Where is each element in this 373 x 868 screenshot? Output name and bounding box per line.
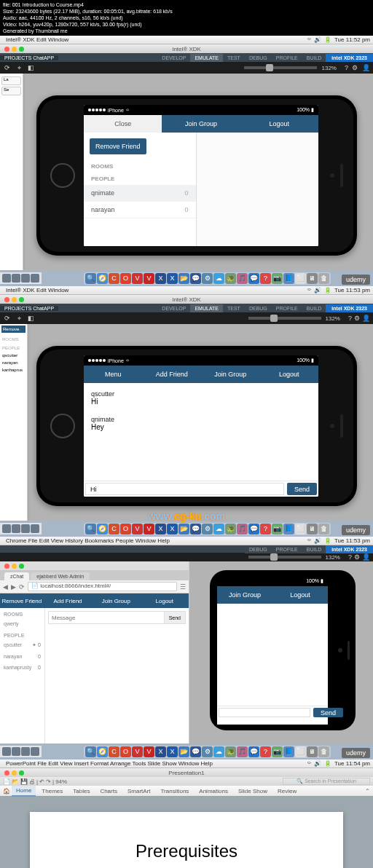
list-item[interactable]: qscutter✦ 0 [0, 639, 44, 651]
app-navbar: Menu Add Friend Join Group Logout [84, 366, 318, 383]
zoom-slider[interactable] [244, 66, 317, 69]
address-bar[interactable]: 📄 localhost:8666/index.html#/ [28, 582, 177, 591]
zoom-value[interactable]: 94% [55, 778, 67, 785]
logout-button[interactable]: Logout [240, 115, 318, 133]
send-button[interactable]: Send [287, 483, 317, 495]
message-input[interactable] [219, 708, 310, 717]
tab-ejabberd[interactable]: ejabberd Web Admin [31, 572, 90, 580]
send-button[interactable]: Send [164, 612, 185, 623]
volume-icon[interactable]: 🔊 [314, 36, 321, 43]
redo-icon[interactable]: ↷ [46, 778, 51, 785]
dock-apps[interactable]: 🔍🧭 CO VV XX 📂💬 ⚙☁ 🐢🎵 💬? 📷📘 ⬜🖥 🗑 [84, 523, 331, 535]
save-icon[interactable]: 💾 [20, 778, 28, 785]
join-group-button[interactable]: Join Group [162, 115, 240, 133]
search-box[interactable]: 🔍 Search in Presentation [283, 778, 370, 785]
account-icon[interactable]: 👤 [362, 64, 370, 71]
help-icon[interactable]: ? [345, 64, 348, 71]
slider-thumb[interactable] [266, 64, 273, 71]
ribbon-themes[interactable]: Themes [37, 786, 67, 796]
list-item[interactable]: qnimate0 [84, 185, 196, 202]
tab-profile[interactable]: PROFILE [272, 54, 302, 62]
logout-button[interactable]: Logout [141, 593, 189, 608]
list-item[interactable]: qwerty [0, 618, 44, 629]
close-dot[interactable] [4, 47, 9, 52]
clock[interactable]: Tue 11:53 pm [334, 287, 370, 293]
dock-apps[interactable]: 🔍🧭 CO VV XX 📂💬 ⚙☁ 🐢🎵 💬? 📷📘 ⬜🖥 🗑 [84, 746, 331, 758]
list-item[interactable]: kanhaprusty0 [0, 662, 44, 673]
clock[interactable]: Tue 11:52 pm [334, 36, 370, 43]
ribbon-home[interactable]: Home [12, 786, 36, 797]
remove-friend-button[interactable]: Remove Friend [90, 138, 146, 154]
project-name[interactable]: PROJECTS ChatAPP [0, 55, 58, 60]
minimize-dot[interactable] [12, 47, 17, 52]
ribbon-transitions[interactable]: Transitions [157, 786, 194, 796]
print-icon[interactable]: 🖨 [29, 778, 35, 785]
app-menus[interactable]: Chrome File Edit View History Bookmarks … [6, 537, 170, 544]
join-group-button[interactable]: Join Group [217, 586, 272, 604]
tab-emulate[interactable]: EMULATE [190, 54, 223, 62]
add-friend-button[interactable]: Add Friend [44, 593, 92, 608]
ribbon-charts[interactable]: Charts [95, 786, 122, 796]
menu-icon[interactable]: ☰ [180, 583, 186, 591]
list-item[interactable]: narayan0 [0, 651, 44, 662]
open-icon[interactable]: 📂 [12, 778, 19, 785]
join-group-button[interactable]: Join Group [92, 593, 140, 608]
stop-icon[interactable]: ◧ [26, 64, 35, 71]
left-btn-2[interactable]: Se [1, 87, 21, 95]
ribbon-handle[interactable]: 🏠 [3, 788, 10, 794]
macos-menubar: Intel® XDK Edit Window ⌔🔊🔋 Tue 11:53 pm [0, 286, 373, 295]
logout-button[interactable]: Logout [272, 586, 328, 604]
tab-build[interactable]: BUILD [302, 54, 326, 62]
send-button[interactable]: Send [313, 708, 343, 717]
remove-item[interactable]: Remove. [1, 326, 25, 333]
ribbon-tables[interactable]: Tables [68, 786, 94, 796]
home-button-icon[interactable] [50, 414, 75, 438]
forward-icon[interactable]: ▶ [11, 583, 16, 591]
debug-icon[interactable]: ⌖ [15, 64, 23, 72]
clock[interactable]: Tue 11:54 pm [334, 760, 370, 767]
ribbon-animations[interactable]: Animations [195, 786, 232, 796]
reload-icon[interactable]: ⟳ [19, 583, 25, 591]
app-menus[interactable]: PowerPoint File Edit View Insert Format … [6, 760, 213, 767]
tab-zchat[interactable]: zChat [4, 572, 29, 580]
friends-modal: Remove Friend ROOMS PEOPLE qnimate0 nara… [84, 133, 197, 246]
window-titlebar[interactable]: Intel® XDK [0, 295, 373, 304]
remove-friend-button[interactable]: Remove Friend [0, 593, 44, 608]
xdk-stage-partial: 100% ▮ Join Group Logout Send [189, 561, 373, 743]
window-titlebar[interactable]: Intel® XDK [0, 44, 373, 53]
menu-button[interactable]: Menu [84, 366, 143, 383]
close-button[interactable]: Close [84, 115, 162, 133]
tab-debug[interactable]: DEBUG [245, 54, 272, 62]
clock[interactable]: Tue 11:53 pm [334, 537, 370, 544]
join-group-button[interactable]: Join Group [201, 366, 260, 383]
home-button-icon[interactable] [50, 163, 75, 188]
message-input[interactable] [49, 612, 164, 623]
battery-icon[interactable]: 🔋 [324, 36, 331, 43]
slide[interactable]: Prerequisites Cordova/Phonegap/Intel XDK… [30, 812, 344, 868]
pp-stage[interactable]: Prerequisites Cordova/Phonegap/Intel XDK… [0, 796, 373, 868]
app-menus[interactable]: Intel® XDK Edit Window [6, 36, 68, 43]
ribbon-slideshow[interactable]: Slide Show [234, 786, 272, 796]
logout-button[interactable]: Logout [260, 366, 319, 383]
list-item[interactable]: narayan0 [84, 202, 196, 218]
ribbon-review[interactable]: Review [273, 786, 301, 796]
pp-quick-toolbar[interactable]: 📄 📂 💾 🖨 | ↶ ↷ | 94% 🔍 Search in Presenta… [0, 777, 373, 786]
ribbon-collapse-icon[interactable]: ⌃ [365, 788, 370, 794]
new-icon[interactable]: 📄 [3, 778, 10, 785]
app-menus[interactable]: Intel® XDK Edit Window [6, 287, 68, 293]
add-friend-button[interactable]: Add Friend [143, 366, 202, 383]
message-input[interactable] [85, 483, 284, 495]
wifi-icon[interactable]: ⌔ [307, 36, 311, 43]
ribbon-smartart[interactable]: SmartArt [123, 786, 155, 796]
gear-icon[interactable]: ⚙ [352, 64, 358, 71]
back-icon[interactable]: ◀ [3, 583, 8, 591]
reload-icon[interactable]: ⟳ [3, 64, 12, 71]
dock-apps[interactable]: 🔍🧭 CO VV XX 📂💬 ⚙☁ 🐢🎵 💬? 📷📘 ⬜🖥 🗑 [84, 272, 331, 285]
doc-title: Presentation1 [168, 770, 204, 776]
tab-test[interactable]: TEST [223, 54, 245, 62]
pp-titlebar[interactable]: Presentation1 [0, 768, 373, 777]
zoom-dot[interactable] [19, 47, 24, 52]
left-btn-1[interactable]: La [1, 76, 21, 85]
undo-icon[interactable]: ↶ [39, 778, 44, 785]
tab-develop[interactable]: DEVELOP [157, 54, 190, 62]
